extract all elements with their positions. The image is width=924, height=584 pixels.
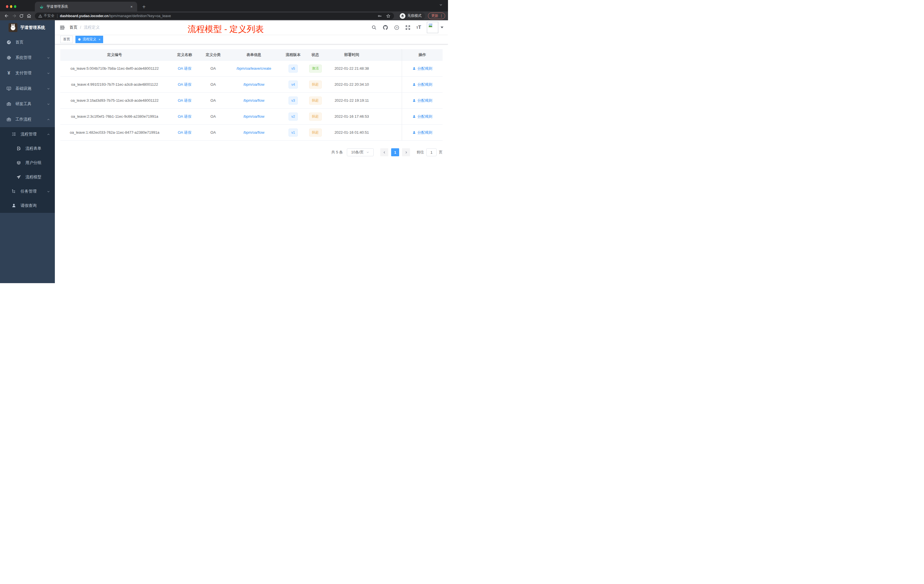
caret-down-icon bbox=[441, 26, 444, 28]
password-key-icon[interactable] bbox=[378, 14, 382, 18]
assign-rule-link[interactable]: 分配规则 bbox=[412, 98, 432, 103]
paper-plane-icon bbox=[16, 175, 21, 180]
warning-triangle-icon bbox=[38, 14, 42, 18]
form-info-link[interactable]: /bpm/oa/flow bbox=[243, 114, 264, 119]
tag-label: 流程定义 bbox=[82, 37, 96, 42]
sidebar-item-label: 任务管理 bbox=[21, 189, 36, 194]
form-info-link[interactable]: /bpm/oa/flow bbox=[243, 82, 264, 87]
page-size-select[interactable]: 10条/页 bbox=[347, 148, 374, 156]
search-icon[interactable] bbox=[371, 25, 377, 30]
assign-rule-link[interactable]: 分配规则 bbox=[412, 130, 432, 135]
sidebar-item-label: 流程模型 bbox=[25, 175, 41, 180]
site-security[interactable]: 不安全 bbox=[38, 13, 54, 18]
definition-id: oa_leave:3:1fad3d93-7b75-11ec-a3c8-acde4… bbox=[60, 98, 169, 102]
breadcrumb-home-link[interactable]: 首页 bbox=[69, 25, 78, 30]
tags-view-bar: 首页 流程定义 × bbox=[55, 35, 448, 44]
navbar-actions: ? TT bbox=[371, 22, 444, 33]
definition-name-link[interactable]: OA 请假 bbox=[178, 114, 191, 119]
sidebar-item-dev-tools[interactable]: 研发工具 bbox=[0, 96, 55, 112]
assign-rule-link[interactable]: 分配规则 bbox=[412, 114, 432, 119]
new-tab-button[interactable]: + bbox=[142, 4, 146, 10]
form-icon bbox=[16, 146, 21, 151]
user-icon bbox=[412, 99, 416, 102]
help-question-icon[interactable]: ? bbox=[394, 25, 399, 30]
sidebar-toggle-icon[interactable] bbox=[59, 25, 65, 30]
update-label: 更新 bbox=[431, 13, 439, 18]
sidebar-item-payment[interactable]: ¥ 支付管理 bbox=[0, 66, 55, 81]
definition-name-link[interactable]: OA 请假 bbox=[178, 130, 191, 135]
definition-category: OA bbox=[200, 82, 226, 87]
window-maximize-button[interactable] bbox=[14, 5, 16, 8]
forward-icon[interactable] bbox=[10, 12, 18, 20]
user-avatar-menu[interactable] bbox=[427, 22, 444, 33]
pagination-total: 共 5 条 bbox=[332, 150, 343, 155]
main-area: 流程模型 - 定义列表 首页 / 流程定义 ? bbox=[55, 20, 448, 283]
browser-update-button[interactable]: 更新 bbox=[428, 13, 446, 19]
font-size-icon[interactable]: TT bbox=[416, 25, 421, 30]
tag-label: 首页 bbox=[63, 37, 70, 42]
sidebar-item-user-group[interactable]: 用户分组 bbox=[0, 156, 55, 170]
status-badge: 激活 bbox=[309, 64, 322, 73]
tag-close-icon[interactable]: × bbox=[99, 38, 100, 41]
sidebar-item-leave-query[interactable]: 请假查询 bbox=[0, 199, 55, 213]
reload-icon[interactable] bbox=[18, 12, 25, 20]
sidebar-item-home[interactable]: 首页 bbox=[0, 35, 55, 50]
app-window: 芋道管理系统 首页 系统管理 ¥ 支付管理 基础设施 bbox=[0, 20, 448, 283]
sidebar-item-process-model[interactable]: 流程模型 bbox=[0, 170, 55, 184]
window-close-button[interactable] bbox=[6, 5, 8, 8]
toolbox-icon bbox=[6, 101, 12, 107]
deploy-time: 2022-01-22 20:34:10 bbox=[326, 82, 378, 87]
home-icon[interactable] bbox=[25, 12, 33, 20]
sidebar-item-label: 支付管理 bbox=[15, 71, 31, 76]
page-unit-label: 页 bbox=[439, 150, 442, 155]
github-icon[interactable] bbox=[383, 25, 388, 30]
url-host: dashboard.yudao.iocoder.cn bbox=[60, 14, 109, 18]
table-header-row: 定义编号 定义名称 定义分类 表单信息 流程版本 状态 部署时间 操作 bbox=[60, 49, 442, 61]
sidebar-item-task-management[interactable]: 任务管理 bbox=[0, 184, 55, 199]
user-icon bbox=[412, 115, 416, 118]
address-bar[interactable]: 不安全 dashboard.yudao.iocoder.cn/bpm/manag… bbox=[35, 13, 394, 20]
sidebar-item-workflow[interactable]: 工作流程 bbox=[0, 112, 55, 127]
select-chevron-icon bbox=[366, 150, 370, 154]
sidebar-item-label: 系统管理 bbox=[15, 55, 31, 60]
definition-name-link[interactable]: OA 请假 bbox=[178, 66, 191, 71]
fullscreen-icon[interactable] bbox=[405, 25, 411, 30]
form-info-link[interactable]: /bpm/oa/flow bbox=[243, 98, 264, 102]
assign-rule-link[interactable]: 分配规则 bbox=[412, 82, 432, 87]
column-header: 状态 bbox=[305, 52, 326, 58]
sidebar: 芋道管理系统 首页 系统管理 ¥ 支付管理 基础设施 bbox=[0, 20, 55, 283]
sidebar-logo[interactable]: 芋道管理系统 bbox=[0, 20, 55, 35]
back-icon[interactable] bbox=[3, 12, 10, 20]
form-info-link[interactable]: /bpm/oa/leave/create bbox=[237, 66, 271, 71]
sidebar-item-process-management[interactable]: 流程管理 bbox=[0, 127, 55, 142]
bookmark-star-icon[interactable] bbox=[386, 14, 391, 18]
sidebar-item-system[interactable]: 系统管理 bbox=[0, 50, 55, 66]
browser-tab[interactable]: 芋道管理系统 × bbox=[35, 2, 137, 12]
window-minimize-button[interactable] bbox=[10, 5, 12, 8]
workflow-submenu: 流程管理 流程表单 用户分组 流程模型 bbox=[0, 127, 55, 213]
tag-process-definition[interactable]: 流程定义 × bbox=[76, 36, 103, 43]
tag-home[interactable]: 首页 bbox=[60, 36, 73, 43]
browser-toolbar: 不安全 dashboard.yudao.iocoder.cn/bpm/manag… bbox=[0, 12, 448, 20]
tab-close-icon[interactable]: × bbox=[129, 5, 134, 9]
chevron-up-icon bbox=[46, 118, 50, 121]
definition-name-link[interactable]: OA 请假 bbox=[178, 82, 191, 87]
version-badge: v3 bbox=[289, 97, 298, 105]
breadcrumb-separator: / bbox=[80, 25, 81, 30]
tab-search-chevron-icon[interactable] bbox=[439, 3, 443, 7]
prev-page-button[interactable] bbox=[380, 148, 388, 156]
page-number-1[interactable]: 1 bbox=[391, 148, 399, 156]
next-page-button[interactable] bbox=[402, 148, 410, 156]
assign-rule-link[interactable]: 分配规则 bbox=[412, 66, 432, 71]
deploy-time: 2022-01-16 01:40:51 bbox=[326, 130, 378, 135]
definition-name-link[interactable]: OA 请假 bbox=[178, 98, 191, 103]
sidebar-item-infrastructure[interactable]: 基础设施 bbox=[0, 81, 55, 96]
definition-id: oa_leave:2:3c1f0ef1-76b1-11ec-9c66-a2380… bbox=[60, 114, 169, 119]
sidebar-item-process-form[interactable]: 流程表单 bbox=[0, 142, 55, 156]
table-row: oa_leave:4:991f2193-7b7f-11ec-a3c8-acde4… bbox=[60, 77, 442, 92]
browser-tab-strip: 芋道管理系统 × + bbox=[0, 0, 448, 12]
browser-menu-dots-icon[interactable] bbox=[441, 14, 442, 18]
goto-page-input[interactable] bbox=[426, 148, 437, 156]
form-info-link[interactable]: /bpm/oa/flow bbox=[243, 130, 264, 135]
monitor-icon bbox=[6, 86, 12, 91]
